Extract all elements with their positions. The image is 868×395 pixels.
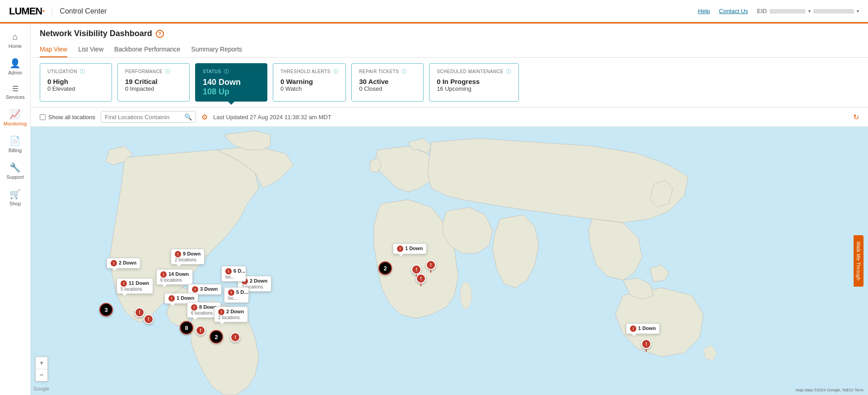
tab-map-view[interactable]: Map View [40,43,67,57]
performance-info-icon[interactable]: ⓘ [165,68,171,75]
popup-alert-icon-2loc: ! [218,309,224,315]
popup-alert-icon-6: ! [225,268,232,274]
tab-list-view[interactable]: List View [78,43,103,57]
sidebar-label-home: Home [9,43,22,49]
red-badge-w4: ! [230,332,240,342]
popup-alert-icon-1asia: ! [630,325,636,332]
show-all-locations-toggle[interactable]: Show all locations [40,114,95,121]
stat-card-repair[interactable]: REPAIR TICKETS ⓘ 30 Active 0 Closed [351,63,424,102]
status-info-icon[interactable]: ⓘ [224,68,229,75]
red-pin-eu2[interactable]: ! [426,260,436,273]
sidebar: ⌂ Home 👤 Admin ☰ Services 📈 Monitoring 📄… [0,23,31,395]
maintenance-in-progress: 0 In Progress [437,78,511,85]
tabs: Map View List View Backbone Performance … [40,43,859,57]
page-title-info-icon[interactable]: ? [156,30,164,38]
sidebar-item-support[interactable]: 🔧 Support [0,158,30,184]
sidebar-item-billing[interactable]: 📄 Billing [0,131,30,158]
popup-arrow-8 [193,317,197,320]
search-box[interactable]: 🔍 [101,111,196,123]
popup-1down-europe[interactable]: !1 Down [393,243,427,254]
popup-down-text-9: !9 Down [175,251,201,257]
cluster-pin-3[interactable]: 3 [99,303,113,316]
pin-stem-eu2 [430,270,431,273]
popup-1down-asia[interactable]: !1 Down [626,323,660,334]
cluster-pin-2a[interactable]: 2 [210,330,223,344]
cluster-pin-8[interactable]: 8 [180,321,193,335]
sidebar-item-shop[interactable]: 🛒 Shop [0,184,30,211]
popup-11down[interactable]: !11 Down 5 locations [117,278,153,294]
contact-link[interactable]: Contact Us [719,8,748,14]
popup-6down[interactable]: !6 D... loc... [221,266,246,282]
popup-2down-noloc[interactable]: !2 Down [107,258,140,269]
popup-arrow-1eu [399,254,403,256]
stat-card-utilization[interactable]: UTILIZATION ⓘ 0 High 0 Elevated [40,63,112,102]
map-container[interactable]: !2 Down !9 Down 2 locations !14 Down 6 l… [31,127,868,395]
popup-alert-icon-1eu: ! [397,246,403,252]
red-pin-asia1[interactable]: ! [641,339,651,352]
popup-down-text-1eu: !1 Down [397,246,423,252]
zoom-controls: + − [35,357,48,381]
popup-9down[interactable]: !9 Down 2 locations [171,249,205,265]
stat-card-threshold[interactable]: THRESHOLD ALERTS ⓘ 0 Warning 0 Watch [273,63,346,102]
pin-stem-eu3 [420,283,421,286]
red-pin-w2[interactable]: ! [144,314,154,324]
tab-backbone-performance[interactable]: Backbone Performance [114,43,180,57]
refresh-icon[interactable]: ↻ [853,113,859,121]
repair-label: REPAIR TICKETS ⓘ [359,68,416,75]
sidebar-item-monitoring[interactable]: 📈 Monitoring [0,104,30,131]
help-link[interactable]: Help [698,8,710,14]
eid-chevron[interactable]: ▾ [808,9,811,14]
billing-icon: 📄 [9,135,21,146]
red-badge-w1: ! [135,307,145,317]
popup-14down[interactable]: !14 Down 6 locations [156,269,193,285]
stat-card-status[interactable]: STATUS ⓘ 140 Down 108 Up [195,63,267,102]
eid-account-chevron[interactable]: ▾ [857,9,859,14]
repair-info-icon[interactable]: ⓘ [401,68,407,75]
services-icon: ☰ [12,84,19,93]
popup-arrow-1left [170,303,175,306]
sidebar-item-home[interactable]: ⌂ Home [0,27,30,53]
world-map-svg [31,127,868,395]
sidebar-item-admin[interactable]: 👤 Admin [0,53,30,80]
stat-card-performance[interactable]: PERFORMANCE ⓘ 19 Critical 0 Impacted [117,63,190,102]
zoom-out-button[interactable]: − [36,369,47,381]
performance-critical: 19 Critical [125,78,182,85]
popup-locations-14: 6 locations [160,278,189,283]
red-pin-eu3[interactable]: ! [416,274,426,286]
popup-5down[interactable]: !5 D... loc... [224,287,249,303]
popup-locations-6: loc... [225,274,242,279]
sidebar-item-services[interactable]: ☰ Services [0,80,30,104]
pin-stem-asia1 [646,349,647,352]
popup-down-text-1left: !1 Down [168,295,194,302]
stat-card-maintenance[interactable]: SCHEDULED MAINTENANCE ⓘ 0 In Progress 16… [429,63,519,102]
search-icon[interactable]: 🔍 [184,113,192,121]
walk-me-through-button[interactable]: Walk Me Through [854,235,863,287]
app-title: Control Center [52,7,107,15]
maintenance-info-icon[interactable]: ⓘ [506,68,512,75]
threshold-label: THRESHOLD ALERTS ⓘ [280,68,338,75]
utilization-info-icon[interactable]: ⓘ [80,68,85,75]
red-pin-w1[interactable]: ! [135,307,145,317]
threshold-info-icon[interactable]: ⓘ [333,68,339,75]
main-layout: ⌂ Home 👤 Admin ☰ Services 📈 Monitoring 📄… [0,23,868,395]
zoom-in-button[interactable]: + [36,357,47,369]
popup-locations-5: loc... [228,296,245,301]
cluster-pin-eu[interactable]: 2 [378,261,392,275]
cluster-badge-2a: 2 [210,330,223,344]
red-pin-w4[interactable]: ! [230,332,240,342]
show-all-checkbox[interactable] [40,114,46,120]
popup-arrow-1asia [632,334,636,336]
search-input[interactable] [105,114,182,121]
popup-alert-icon-1left: ! [168,295,175,302]
red-pin-w3[interactable]: ! [196,325,205,335]
sidebar-label-support: Support [6,174,24,180]
popup-2down-2loc[interactable]: !2 Down 2 locations [214,307,248,322]
maintenance-label: SCHEDULED MAINTENANCE ⓘ [437,68,511,75]
popup-alert-icon-3: ! [192,286,198,293]
header-right: Help Contact Us EID ▾ ▾ [698,8,859,14]
red-badge-w3: ! [196,325,205,335]
filter-icon[interactable]: ⚙ [201,113,208,121]
map-copyright: Map data ©2024 Google, INEGI Term [796,388,863,392]
tab-summary-reports[interactable]: Summary Reports [191,43,242,57]
page-header: Network Visibility Dashboard ? Map View … [31,23,868,58]
